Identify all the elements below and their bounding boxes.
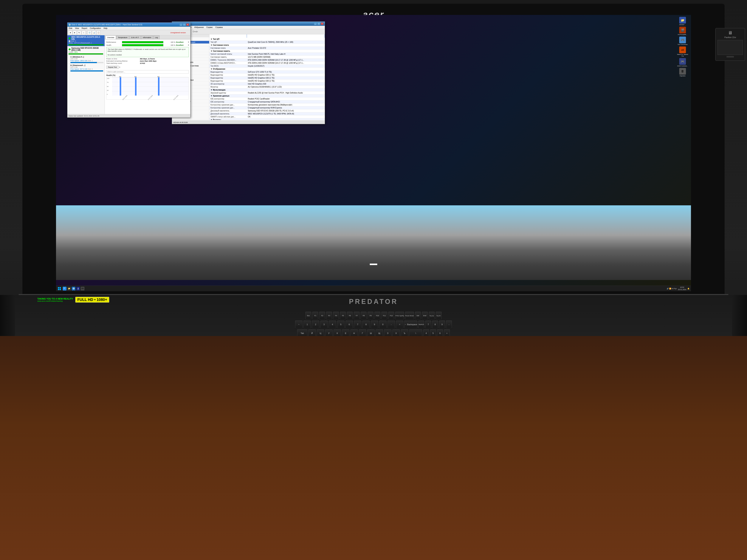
hds-tb-smart[interactable]: 📋 [96, 31, 101, 35]
key-numlock[interactable]: NumLk [418, 321, 424, 328]
hds-tab-info[interactable]: Information [141, 35, 153, 39]
hds-title-text: Disk-0: WDC WD105PZX-21Z10T0 (WD-WXE1E87… [72, 24, 179, 26]
key-esc[interactable]: Esc [305, 312, 311, 320]
hds-disk-item-1[interactable]: ⬤ Samsung SSD 970 EVO 250GB (931.5 GB) H… [68, 46, 105, 55]
hds-tab-temp[interactable]: Temperature [117, 35, 129, 39]
hds-menu-view[interactable]: View [74, 27, 80, 29]
aida-menu-help[interactable]: Справка [215, 26, 223, 28]
desktop-icon-nfs[interactable]: 🏎 Need For Speed The [676, 47, 689, 57]
key-f8[interactable]: F8 [361, 312, 367, 320]
key-f9[interactable]: F9 [367, 312, 374, 320]
key-num9[interactable]: 9 [439, 321, 445, 328]
hds-disk-item-0[interactable]: ⬤ WDC WD105PZX-21Z10T0 (931.5 GB) ⬤ Disk… [68, 35, 105, 46]
key-6[interactable]: 6 [345, 321, 353, 328]
hds-tab-log[interactable]: Log [153, 35, 159, 39]
key-4[interactable]: 4 [329, 321, 336, 328]
desktop-icon-dddm[interactable]: 📁 DDDM+... [676, 17, 689, 26]
taskbar-file-explorer[interactable]: 📁 [67, 287, 71, 290]
aida-title-text: AIDA64 Extreme [176, 23, 314, 25]
aida-menu-service[interactable]: Сервис [206, 26, 213, 28]
key-3[interactable]: 3 [320, 321, 328, 328]
key-9[interactable]: 9 [371, 321, 378, 328]
val-ide1: Realtek PCIE CardReader [247, 98, 325, 101]
hds-menubar: Disk View Report Configuration Help [68, 27, 190, 30]
key-f12[interactable]: F12 [388, 312, 394, 320]
hds-menu-config[interactable]: Configuration [89, 27, 101, 29]
key-f7[interactable]: F7 [354, 312, 360, 320]
perf-info-icon[interactable]: ℹ [188, 41, 189, 43]
chart-x-labels: 16.01.2024 17.01.2024 21.01.2024 [112, 96, 189, 99]
start-button[interactable] [57, 286, 62, 291]
taskbar-64[interactable]: 64 [81, 287, 84, 290]
key-f11[interactable]: F11 [381, 312, 387, 320]
performance-row: Performance: 100 % Excellent ℹ [106, 41, 189, 43]
hds-tb-disk[interactable]: 💿 [87, 31, 92, 35]
desktop-icon-recycle[interactable]: 🗑 Корзина [676, 68, 689, 77]
key-num7[interactable]: 7 [425, 321, 431, 328]
col-field: Поле [209, 34, 247, 38]
key-numminus[interactable]: - [446, 321, 452, 328]
key-f3[interactable]: F3 [326, 312, 332, 320]
partition-c[interactable]: C: [Windows P...] 232.3 GB Free Space: 1… [68, 55, 105, 64]
row-smart: SMART-статус жёстких дис... OK [209, 115, 325, 118]
key-f1[interactable]: F1 [312, 312, 318, 320]
hds-tb-refresh[interactable]: ↻ [77, 31, 81, 35]
aida-menu-fav[interactable]: Избранное [194, 26, 204, 28]
key-f5[interactable]: F5 [340, 312, 346, 320]
perf-value: 100 % [164, 41, 175, 43]
desktop-icon-fcp[interactable]: 🎬 FCPrimalAR... [676, 27, 689, 35]
hds-maximize-btn[interactable]: □ [183, 23, 186, 26]
key-pgdn[interactable]: Pg Dn [436, 312, 442, 320]
hds-tb-home[interactable]: ⌂ [82, 31, 86, 35]
aida-maximize-btn[interactable]: □ [317, 22, 320, 25]
desktop-icon-chronicles[interactable]: 🎮 The Chronicles [676, 36, 689, 45]
taskbar-hds[interactable]: 💿 [72, 287, 75, 290]
hds-tab-smart[interactable]: S.M.A.R.T. [129, 35, 141, 39]
key-2[interactable]: 2 [312, 321, 319, 328]
aida-minimize-btn[interactable]: _ [314, 22, 317, 25]
key-del[interactable]: Del [415, 312, 421, 320]
key-8[interactable]: 8 [362, 321, 370, 328]
key-5[interactable]: 5 [337, 321, 344, 328]
hds-close-btn[interactable]: ✕ [186, 23, 189, 26]
hds-tb-fwd[interactable]: ► [73, 31, 77, 35]
taskbar-action-center[interactable]: 🔔 [688, 288, 690, 290]
key-f6[interactable]: F6 [347, 312, 353, 320]
key-f2[interactable]: F2 [319, 312, 325, 320]
key-pgup[interactable]: Pg Up [429, 312, 435, 320]
aida-close-btn[interactable]: ✕ [321, 22, 324, 25]
key-f10[interactable]: F10 [375, 312, 380, 320]
key-prtsc[interactable]: PrtSc SysRq [395, 312, 404, 320]
field-disk2: Дисковый накопитель [209, 112, 247, 115]
key-equals[interactable]: = [396, 321, 403, 328]
hds-menu-report[interactable]: Report [81, 27, 88, 29]
hds-window-icon: 💿 [69, 24, 71, 26]
key-minus[interactable]: - [387, 321, 395, 328]
row-ide1: IDE-контроллер Realtek PCIE CardReader [209, 98, 325, 101]
desktop-icon-sgw[interactable]: 🎮 SGW Controls... [676, 58, 689, 67]
key-1[interactable]: 1 [304, 321, 311, 328]
hds-menu-disk[interactable]: Disk [68, 27, 73, 29]
key-ins[interactable]: End [422, 312, 428, 320]
hds-minimize-btn[interactable]: _ [179, 23, 182, 26]
val-smart: OK [247, 115, 325, 118]
key-num8[interactable]: 8 [432, 321, 438, 328]
repeat-test-button[interactable]: Repeat Test [106, 66, 119, 69]
key-tilde[interactable]: ~ [295, 321, 303, 328]
key-0[interactable]: 0 [379, 321, 387, 328]
taskbar-aida[interactable]: 🔬 [76, 287, 80, 290]
val-sysboard: Acer Predator G3-572 [247, 47, 325, 50]
health-info-icon[interactable]: ℹ [188, 44, 189, 46]
key-backspace[interactable]: ← Backspace [404, 321, 417, 328]
key-pause[interactable]: Pause Break [405, 312, 414, 320]
hds-tb-back[interactable]: ◄ [68, 31, 72, 35]
win-icon-tr [59, 287, 61, 288]
hds-tab-overview[interactable]: Overview [105, 35, 116, 39]
hds-tb-partition[interactable]: 📊 [92, 31, 96, 35]
comment-field[interactable] [106, 70, 189, 74]
key-7[interactable]: 7 [354, 321, 361, 328]
hds-menu-help[interactable]: Help [103, 27, 108, 29]
partition-d[interactable]: D: [Локальный ...] 931.5 GB Free Space: … [68, 64, 105, 72]
taskbar-cortana[interactable]: 🔍 [63, 287, 67, 290]
key-f4[interactable]: F4 [333, 312, 339, 320]
